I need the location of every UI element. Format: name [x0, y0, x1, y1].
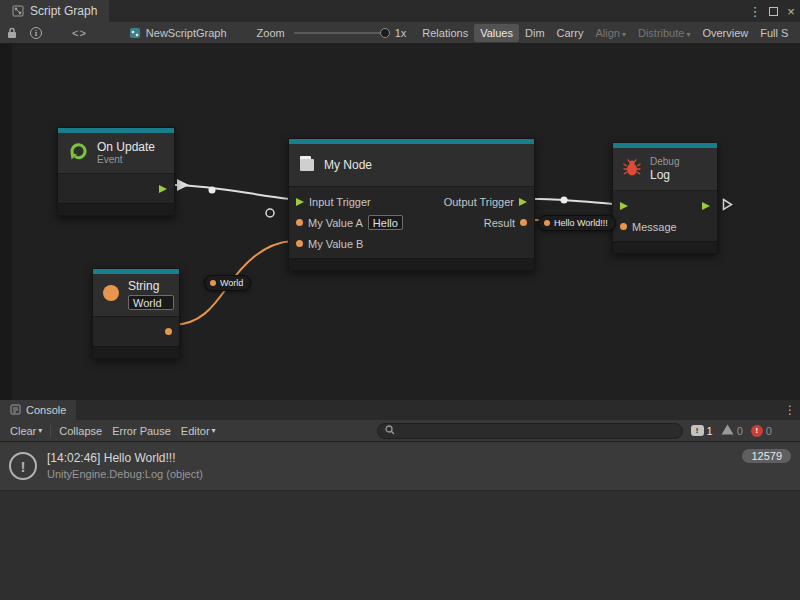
my-value-a-port[interactable] — [296, 219, 303, 226]
error-icon: ! — [751, 425, 763, 437]
zoom-slider-handle[interactable] — [380, 28, 390, 38]
input-trigger-port[interactable] — [296, 198, 304, 206]
port-row: Message — [613, 216, 717, 237]
values-button[interactable]: Values — [474, 24, 519, 42]
console-search-input[interactable] — [399, 425, 675, 437]
log-message: [14:02:46] Hello World!!! — [47, 450, 203, 467]
my-value-b-port[interactable] — [296, 240, 303, 247]
distribute-dropdown[interactable]: Distribute▾ — [632, 24, 696, 42]
align-dropdown[interactable]: Align▾ — [589, 24, 631, 42]
port-row: My Value A Hello Result — [289, 212, 534, 233]
node-on-update[interactable]: On Update Event — [57, 127, 175, 216]
maximize-icon[interactable] — [764, 4, 782, 19]
unity-window: Script Graph ⋮ × i <> NewScriptGraph Zoo… — [0, 0, 800, 600]
fullscreen-button[interactable]: Full S — [754, 24, 794, 42]
script-graph-tab-icon — [12, 5, 24, 17]
node-title: Log — [650, 168, 679, 182]
collapse-count-badge: 12579 — [742, 449, 791, 463]
port-row: Input Trigger Output Trigger — [289, 191, 534, 212]
tab-console[interactable]: Console — [0, 400, 76, 420]
flow-value-text: Hello World!!! — [554, 218, 608, 228]
window-controls: ⋮ × — [746, 0, 800, 22]
warning-count: 0 — [737, 425, 743, 437]
info-log-icon: ! — [691, 425, 704, 436]
warning-count-toggle[interactable]: 0 — [721, 424, 743, 437]
wire-exec-onupdate-to-mynode[interactable] — [175, 185, 290, 199]
string-value-field[interactable]: World — [128, 295, 174, 310]
wire-exec-mynode-to-debuglog[interactable] — [533, 199, 613, 204]
clear-button[interactable]: Clear▾ — [5, 423, 47, 439]
node-footer — [613, 241, 717, 253]
graph-canvas[interactable]: On Update Event My Node — [0, 44, 800, 400]
message-port[interactable] — [620, 223, 627, 230]
editor-dropdown[interactable]: Editor▾ — [176, 423, 221, 439]
value-dot-icon — [544, 220, 550, 226]
relations-button[interactable]: Relations — [416, 24, 474, 42]
output-trigger-port[interactable] — [519, 198, 527, 206]
console-panel: Console ⋮ Clear▾ Collapse Error Pause Ed… — [0, 400, 800, 600]
trigger-output-port[interactable] — [159, 185, 167, 193]
warning-icon — [721, 424, 734, 437]
log-entry[interactable]: ! [14:02:46] Hello World!!! UnityEngine.… — [0, 442, 800, 491]
port-label: Result — [484, 217, 515, 229]
toolbar-separator — [50, 425, 51, 437]
search-icon — [385, 425, 395, 437]
string-literal-icon — [102, 284, 120, 306]
node-my-node[interactable]: My Node Input Trigger Output Trigger My … — [288, 138, 535, 271]
lock-icon[interactable] — [6, 26, 18, 39]
node-title: On Update — [97, 140, 155, 154]
port-row: My Value B — [289, 233, 534, 254]
node-debug-log[interactable]: Debug Log Message — [612, 142, 718, 254]
error-count-toggle[interactable]: ! 0 — [751, 425, 772, 437]
console-search[interactable] — [377, 423, 683, 439]
my-node-icon — [298, 155, 316, 176]
flow-value-text: World — [220, 278, 243, 288]
console-tab-icon — [10, 404, 21, 417]
wire-flow-dot — [209, 187, 216, 194]
window-tabbar: Script Graph ⋮ × — [0, 0, 800, 22]
node-footer — [289, 258, 534, 270]
debug-output-trigger-port[interactable] — [702, 202, 710, 210]
zoom-label: Zoom — [257, 27, 285, 39]
log-stacktrace: UnityEngine.Debug:Log (object) — [47, 467, 203, 482]
collapse-button[interactable]: Collapse — [54, 423, 107, 439]
console-tab-label: Console — [26, 404, 66, 416]
node-string[interactable]: String World — [92, 268, 180, 359]
unconnected-port-indicator — [266, 209, 274, 217]
my-value-a-field[interactable]: Hello — [368, 215, 403, 230]
info-log-entry-icon: ! — [9, 452, 37, 480]
port-row — [613, 195, 717, 216]
value-dot-icon — [210, 280, 216, 286]
info-icon[interactable]: i — [30, 27, 42, 39]
dim-button[interactable]: Dim — [519, 24, 551, 42]
node-title: My Node — [324, 158, 372, 172]
debug-input-trigger-port[interactable] — [620, 202, 628, 210]
edit-source-icon[interactable]: <> — [72, 27, 87, 39]
console-tabbar: Console ⋮ — [0, 400, 800, 420]
error-count: 0 — [766, 425, 772, 437]
node-footer — [58, 203, 174, 215]
console-log-list: ! [14:02:46] Hello World!!! UnityEngine.… — [0, 442, 800, 600]
console-toolbar: Clear▾ Collapse Error Pause Editor▾ ! 1 … — [0, 420, 800, 442]
unconnected-exec-port-indicator[interactable] — [722, 197, 733, 215]
info-count: 1 — [707, 425, 713, 437]
zoom-slider[interactable] — [294, 32, 389, 34]
tab-label: Script Graph — [30, 4, 97, 18]
info-count-toggle[interactable]: ! 1 — [691, 425, 713, 437]
kebab-menu-icon[interactable]: ⋮ — [746, 4, 764, 19]
port-label: My Value B — [308, 238, 363, 250]
string-output-port[interactable] — [165, 328, 172, 335]
zoom-value: 1x — [395, 27, 407, 39]
overview-button[interactable]: Overview — [696, 24, 754, 42]
tab-script-graph[interactable]: Script Graph — [0, 0, 109, 22]
close-icon[interactable]: × — [782, 4, 800, 19]
port-label: Message — [632, 221, 677, 233]
node-category: Debug — [650, 156, 679, 168]
flow-value-bubble-world: World — [204, 275, 251, 291]
debug-bug-icon — [622, 158, 642, 181]
error-pause-button[interactable]: Error Pause — [107, 423, 176, 439]
carry-button[interactable]: Carry — [551, 24, 590, 42]
node-subtitle: Event — [97, 154, 155, 166]
kebab-menu-icon[interactable]: ⋮ — [780, 400, 800, 420]
result-port[interactable] — [520, 219, 527, 226]
